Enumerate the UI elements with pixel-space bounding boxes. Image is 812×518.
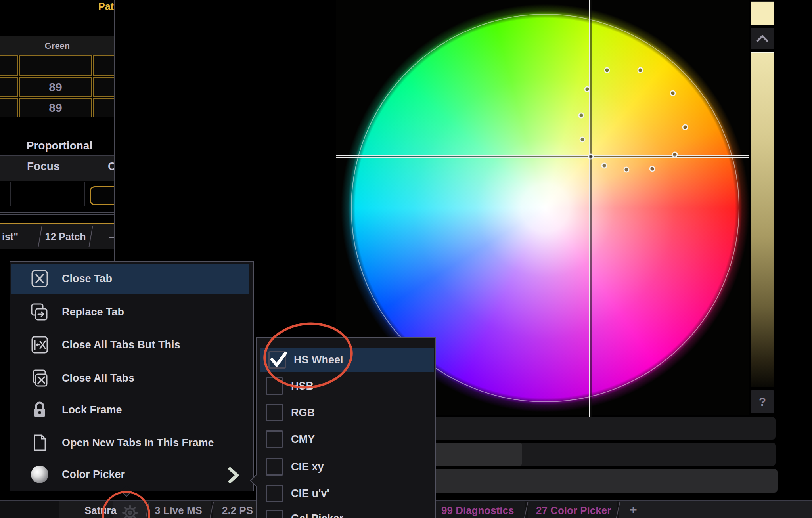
patch-panel: Pat Green 89 89 Proportional Focus C ist… bbox=[0, 0, 115, 261]
palette-point[interactable] bbox=[649, 166, 655, 172]
proportional-label: Proportional bbox=[0, 140, 115, 152]
table-cell-green-value[interactable]: 89 bbox=[19, 98, 92, 117]
tab-diagnostics-label[interactable]: 99 Diagnostics bbox=[441, 505, 514, 517]
menu-item-replace-tab[interactable]: Replace Tab bbox=[11, 297, 249, 327]
close-all-tabs-icon bbox=[30, 369, 49, 388]
palette-point[interactable] bbox=[584, 86, 590, 92]
tab-color-picker-label[interactable]: 27 Color Picker bbox=[536, 505, 611, 517]
help-button[interactable]: ? bbox=[751, 390, 774, 413]
palette-point[interactable] bbox=[601, 163, 607, 169]
checkbox-unchecked[interactable] bbox=[266, 404, 283, 421]
palette-point[interactable] bbox=[604, 67, 610, 73]
tab-context-menu: Close Tab Replace Tab Close All Tabs But… bbox=[10, 261, 254, 491]
menu-item-open-new-tabs[interactable]: Open New Tabs In This Frame bbox=[11, 428, 249, 458]
palette-point[interactable] bbox=[588, 154, 594, 160]
tab-ps-label[interactable]: 2.2 PS bbox=[222, 505, 253, 517]
table-cell[interactable] bbox=[93, 77, 115, 97]
annotation-circle-gear bbox=[102, 491, 150, 518]
value-scroll-up-button[interactable] bbox=[751, 28, 774, 49]
palette-point[interactable] bbox=[624, 167, 630, 173]
checkbox-unchecked[interactable] bbox=[266, 430, 283, 448]
submenu-chevron-icon bbox=[228, 467, 239, 484]
table-cell[interactable] bbox=[0, 55, 18, 76]
submenu-item-cmy[interactable]: CMY bbox=[257, 427, 435, 451]
submenu-item-gel-picker[interactable]: Gel Picker bbox=[257, 506, 435, 518]
color-column-header-clipped: C bbox=[108, 160, 115, 173]
palette-point[interactable] bbox=[638, 67, 643, 73]
tab-list-clipped[interactable]: ist" bbox=[2, 231, 18, 243]
wheel-gridline-vertical bbox=[649, 0, 649, 415]
chevron-up-icon bbox=[751, 28, 774, 49]
table-cell-green-value[interactable]: 89 bbox=[19, 77, 92, 97]
menu-item-close-tab[interactable]: Close Tab bbox=[11, 264, 249, 294]
wheel-gridline-horizontal bbox=[336, 111, 749, 111]
table-cell[interactable] bbox=[0, 98, 18, 117]
lock-icon bbox=[30, 400, 49, 419]
submenu-item-cie-uv[interactable]: CIE u'v' bbox=[257, 481, 435, 506]
palette-point[interactable] bbox=[672, 152, 678, 158]
color-sphere-icon bbox=[30, 465, 49, 484]
checkbox-unchecked[interactable] bbox=[266, 458, 283, 476]
palette-point[interactable] bbox=[670, 90, 676, 96]
new-tab-area[interactable] bbox=[619, 501, 812, 518]
close-tab-icon bbox=[30, 269, 49, 288]
new-tab-plus-button[interactable]: + bbox=[630, 503, 637, 517]
palette-point[interactable] bbox=[580, 137, 586, 143]
submenu-item-cie-xy[interactable]: CIE xy bbox=[257, 455, 435, 479]
table-cell[interactable] bbox=[19, 55, 92, 76]
panel-title: Pat bbox=[98, 1, 114, 12]
tab-live-ms-label[interactable]: 3 Live MS bbox=[155, 505, 202, 517]
tab-clipped-marker bbox=[109, 237, 114, 238]
menu-item-lock-frame[interactable]: Lock Frame bbox=[11, 395, 249, 425]
checkbox-unchecked[interactable] bbox=[266, 485, 283, 502]
column-header-green: Green bbox=[0, 36, 115, 55]
tab-12-patch[interactable]: 12 Patch bbox=[44, 231, 87, 243]
wheel-crosshair-horizontal bbox=[336, 155, 749, 158]
wheel-crosshair-vertical bbox=[589, 0, 592, 417]
checkbox-unchecked[interactable] bbox=[266, 510, 283, 518]
value-gradient-slider[interactable] bbox=[751, 52, 774, 387]
submenu-item-rgb[interactable]: RGB bbox=[257, 400, 435, 425]
palette-point[interactable] bbox=[682, 124, 688, 130]
table-cell[interactable] bbox=[93, 55, 115, 76]
replace-tab-icon bbox=[30, 302, 49, 321]
selected-cell-outline[interactable] bbox=[90, 186, 115, 205]
value-top-swatch[interactable] bbox=[751, 1, 774, 25]
menu-item-close-all-tabs[interactable]: Close All Tabs bbox=[11, 363, 249, 393]
menu-item-color-picker[interactable]: Color Picker bbox=[11, 459, 249, 489]
table-cell[interactable] bbox=[0, 77, 18, 97]
menu-item-close-all-but-this[interactable]: Close All Tabs But This bbox=[11, 330, 249, 360]
close-all-but-this-icon bbox=[30, 335, 49, 354]
document-icon bbox=[30, 433, 49, 452]
palette-point[interactable] bbox=[578, 113, 584, 119]
focus-column-header: Focus bbox=[27, 160, 59, 173]
table-cell[interactable] bbox=[93, 98, 115, 117]
